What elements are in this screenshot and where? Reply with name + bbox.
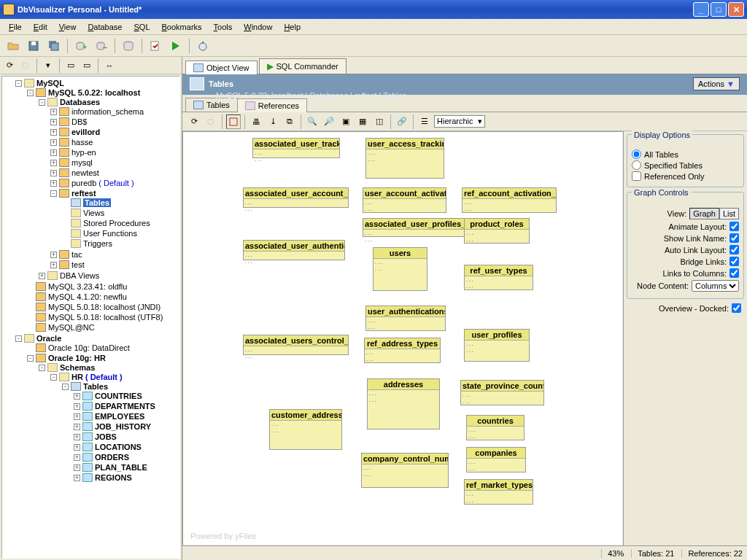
- opt-specified-tables[interactable]: Specified Tables: [632, 160, 739, 170]
- stop-icon[interactable]: ◌: [204, 114, 218, 129]
- zoom-out-icon[interactable]: 🔎: [322, 114, 336, 129]
- tree-item[interactable]: + PLAN_TABLE: [74, 463, 178, 472]
- chk-autolink[interactable]: [729, 245, 739, 254]
- tree-item[interactable]: - Oracle: [15, 334, 178, 343]
- tree-item[interactable]: MySQL 3.23.41: oldflu: [27, 282, 178, 291]
- expand-icon[interactable]: +: [74, 403, 80, 410]
- tree-item[interactable]: + JOB_HISTORY: [74, 422, 178, 431]
- collapse-icon[interactable]: -: [39, 99, 45, 106]
- commit-icon[interactable]: [147, 37, 164, 55]
- er-table-associated_user_authentications[interactable]: associated_user_authentications· · ·· · …: [243, 240, 345, 260]
- opt-referenced-only[interactable]: Referenced Only: [632, 171, 739, 181]
- tree-item[interactable]: User Functions: [62, 229, 178, 238]
- layout-icon[interactable]: ☰: [417, 114, 432, 129]
- tree-item[interactable]: + LOCATIONS: [74, 443, 178, 451]
- tree-item[interactable]: + information_schema: [50, 107, 178, 116]
- copy-icon[interactable]: ⧉: [282, 114, 297, 129]
- expand-icon[interactable]: +: [74, 434, 80, 440]
- zoom-sel-icon[interactable]: ◫: [372, 114, 387, 129]
- tree-item[interactable]: - Schemas: [39, 363, 178, 372]
- tree-item[interactable]: MySQL 5.0.18: localhost (UTF8): [27, 313, 178, 322]
- filter-off-icon[interactable]: ◌: [19, 59, 32, 72]
- collapse-icon[interactable]: -: [39, 365, 45, 371]
- tree-item[interactable]: + REGIONS: [74, 473, 178, 482]
- layout-select[interactable]: Hierarchic ▾: [434, 115, 485, 128]
- tree-item[interactable]: + DB$: [50, 117, 178, 126]
- er-table-countries[interactable]: countries· · ·· · ·: [466, 415, 525, 440]
- tree-item[interactable]: + newtest: [50, 168, 178, 177]
- tree-item[interactable]: - MySQL 5.0.22: localhost: [27, 88, 178, 97]
- tree-item[interactable]: + hasse: [50, 138, 178, 147]
- expand-icon[interactable]: +: [74, 454, 80, 461]
- tree-item[interactable]: - MySQL: [15, 79, 178, 88]
- menu-tools[interactable]: Tools: [208, 21, 239, 33]
- tree-item[interactable]: Tables: [62, 198, 178, 207]
- tree-item[interactable]: + evillord: [50, 128, 178, 136]
- tree-item[interactable]: + tac: [50, 250, 178, 259]
- expand-icon[interactable]: +: [50, 262, 57, 268]
- refresh-icon[interactable]: ⟳: [3, 59, 16, 72]
- collapse-icon[interactable]: -: [50, 374, 57, 381]
- expand-icon[interactable]: ▭: [80, 59, 93, 72]
- er-table-product_roles[interactable]: product_roles· · ·· · ·: [464, 218, 530, 244]
- er-table-user_account_activations[interactable]: user_account_activations· · ·· · ·: [363, 187, 446, 213]
- er-table-user_access_tracking[interactable]: user_access_tracking· · ·· · ·: [365, 138, 444, 179]
- chk-showlink[interactable]: [729, 233, 739, 243]
- zoom-100-icon[interactable]: ▦: [355, 114, 370, 129]
- collapse-icon[interactable]: -: [27, 355, 34, 362]
- tree-item[interactable]: + test: [50, 260, 178, 269]
- collapse-icon[interactable]: ▭: [64, 59, 77, 72]
- expand-icon[interactable]: +: [50, 149, 57, 156]
- expand-icon[interactable]: +: [50, 252, 57, 258]
- add-db-icon[interactable]: +: [72, 37, 90, 55]
- link-icon[interactable]: 🔗: [395, 114, 409, 129]
- tree-item[interactable]: + puredb ( Default ): [50, 179, 178, 187]
- tree-item[interactable]: + JOBS: [74, 432, 178, 441]
- expand-icon[interactable]: +: [39, 273, 45, 279]
- tree-item[interactable]: MySQL 4.1.20: newflu: [27, 292, 178, 301]
- expand-icon[interactable]: +: [74, 475, 80, 481]
- maximize-button[interactable]: □: [711, 2, 727, 17]
- er-table-ref_user_types[interactable]: ref_user_types· · ·· · ·: [464, 265, 533, 290]
- tree-item[interactable]: Stored Procedures: [62, 219, 178, 228]
- menu-file[interactable]: File: [3, 21, 28, 33]
- chk-bridge[interactable]: [729, 257, 739, 266]
- run-icon[interactable]: [167, 37, 185, 55]
- tree-item[interactable]: MySQL@NC: [27, 323, 178, 332]
- er-table-addresses[interactable]: addresses· · ·· · ·: [367, 378, 440, 429]
- tree-item[interactable]: + DBA Views: [39, 271, 178, 280]
- expand-icon[interactable]: +: [50, 139, 57, 146]
- minimize-button[interactable]: _: [693, 2, 709, 17]
- tree-item[interactable]: MySQL 5.0.18: localhost (JNDI): [27, 303, 178, 311]
- db-tree[interactable]: - MySQL - MySQL 5.0.22: localhost - Data…: [1, 76, 180, 559]
- menu-bookmarks[interactable]: Bookmarks: [156, 21, 208, 33]
- expand-icon[interactable]: +: [50, 119, 57, 125]
- funnel-icon[interactable]: ▾: [42, 59, 55, 72]
- subtab-references[interactable]: References: [237, 98, 307, 112]
- er-table-associated_user_tracking[interactable]: associated_user_tracking· · ·· · ·: [252, 138, 340, 158]
- er-table-companies[interactable]: companies· · ·· · ·: [466, 447, 526, 472]
- expand-icon[interactable]: +: [50, 109, 57, 115]
- close-button[interactable]: ✕: [728, 2, 744, 17]
- node-content-select[interactable]: Columns: [692, 280, 739, 292]
- expand-icon[interactable]: +: [50, 129, 57, 136]
- stopwatch-icon[interactable]: [194, 37, 212, 55]
- expand-icon[interactable]: +: [74, 444, 80, 451]
- tree-item[interactable]: Triggers: [62, 239, 178, 248]
- tree-item[interactable]: - Databases: [39, 98, 178, 106]
- menu-edit[interactable]: Edit: [28, 21, 53, 33]
- er-table-associated_user_account_activations[interactable]: associated_user_account_activations· · ·…: [243, 187, 349, 208]
- tree-item[interactable]: Views: [62, 209, 178, 217]
- refresh-icon[interactable]: ⟳: [187, 114, 201, 129]
- collapse-icon[interactable]: -: [50, 190, 57, 197]
- tree-item[interactable]: Oracle 10g: DataDirect: [27, 343, 178, 352]
- remove-db-icon[interactable]: –: [93, 37, 110, 55]
- open-icon[interactable]: [4, 37, 22, 55]
- expand-icon[interactable]: +: [74, 424, 80, 430]
- menu-database[interactable]: Database: [82, 21, 128, 33]
- er-table-customer_addresses[interactable]: customer_addresses· · ·· · ·: [269, 409, 342, 450]
- collapse-icon[interactable]: -: [15, 335, 22, 342]
- menu-window[interactable]: Window: [238, 21, 278, 33]
- expand-icon[interactable]: +: [74, 393, 80, 400]
- tree-item[interactable]: - reftest: [50, 189, 178, 198]
